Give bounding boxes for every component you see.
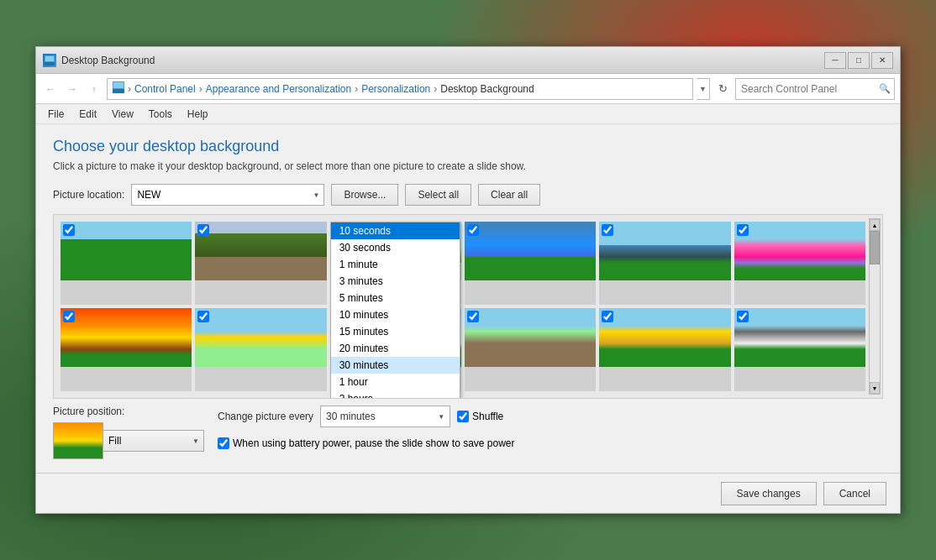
search-button[interactable]: 🔍 xyxy=(876,79,894,99)
breadcrumb: › Control Panel › Appearance and Persona… xyxy=(107,78,693,100)
position-row: Fill Fit Stretch Tile Center Span ▼ xyxy=(53,422,204,459)
interval-section: Change picture every 30 minutes ▼ Shuffl… xyxy=(218,406,515,449)
image-thumb-golden xyxy=(599,308,730,367)
menu-help[interactable]: Help xyxy=(181,107,215,122)
image-cell[interactable] xyxy=(599,222,730,305)
breadcrumb-personalization[interactable]: Personalization xyxy=(361,83,430,95)
maximize-button[interactable]: □ xyxy=(848,52,870,69)
refresh-button[interactable]: ↻ xyxy=(713,80,732,98)
interval-option-30min[interactable]: 30 minutes xyxy=(331,357,460,374)
shuffle-label: Shuffle xyxy=(472,411,503,422)
scrollbar[interactable]: ▲ ▼ xyxy=(869,218,881,395)
interval-option-20min[interactable]: 20 minutes xyxy=(331,340,460,357)
picture-location-select[interactable]: NEW xyxy=(131,184,324,206)
image-thumb-lake xyxy=(465,222,596,280)
interval-option-1hr[interactable]: 1 hour xyxy=(331,374,460,390)
desktop-background-window: Desktop Background ─ □ ✕ ← → ↑ › Control… xyxy=(35,46,901,514)
battery-label: When using battery power, pause the slid… xyxy=(233,437,515,449)
image-thumb-flowers xyxy=(734,222,865,280)
interval-dropdown-trigger: 30 minutes ▼ xyxy=(320,406,450,427)
cancel-button[interactable]: Cancel xyxy=(823,482,886,505)
image-cell[interactable]: 10 seconds 30 seconds 1 minute 3 minutes… xyxy=(330,222,461,305)
interval-option-1min[interactable]: 1 minute xyxy=(331,256,460,273)
breadcrumb-desktop-bg: Desktop Background xyxy=(440,83,534,95)
image-checkbox[interactable] xyxy=(467,311,479,322)
picture-location-row: Picture location: NEW Browse... Select a… xyxy=(53,184,883,206)
svg-rect-4 xyxy=(113,89,124,93)
interval-option-10min[interactable]: 10 minutes xyxy=(331,306,460,323)
browse-button[interactable]: Browse... xyxy=(331,184,398,206)
select-all-button[interactable]: Select all xyxy=(405,184,471,206)
image-checkbox[interactable] xyxy=(197,311,209,322)
scroll-up-arrow[interactable]: ▲ xyxy=(870,219,880,231)
image-cell[interactable] xyxy=(465,222,596,305)
image-cell[interactable] xyxy=(195,222,326,305)
svg-rect-5 xyxy=(113,82,124,88)
image-thumb-sunset xyxy=(60,308,192,367)
save-changes-button[interactable]: Save changes xyxy=(721,482,817,505)
position-dropdown-wrapper: Fill Fit Stretch Tile Center Span ▼ xyxy=(103,430,204,452)
menu-bar: File Edit View Tools Help xyxy=(36,104,900,124)
menu-view[interactable]: View xyxy=(105,107,140,122)
interval-option-2hr[interactable]: 2 hours xyxy=(331,390,460,399)
interval-dropdown-list: 10 seconds 30 seconds 1 minute 3 minutes… xyxy=(330,222,460,399)
image-checkbox[interactable] xyxy=(737,224,749,236)
position-select[interactable]: Fill Fit Stretch Tile Center Span xyxy=(103,430,204,452)
image-thumb-field xyxy=(195,308,326,367)
svg-rect-2 xyxy=(45,56,54,61)
clear-all-button[interactable]: Clear all xyxy=(478,184,540,206)
image-checkbox[interactable] xyxy=(197,224,209,236)
search-input[interactable] xyxy=(736,83,876,95)
image-checkbox[interactable] xyxy=(63,311,75,322)
footer-bar: Save changes Cancel xyxy=(36,473,900,513)
image-checkbox[interactable] xyxy=(602,224,613,236)
interval-option-30sec[interactable]: 30 seconds xyxy=(331,239,460,256)
battery-checkbox[interactable] xyxy=(218,437,229,449)
menu-edit[interactable]: Edit xyxy=(72,107,103,122)
forward-button[interactable]: → xyxy=(63,80,82,98)
interval-current-value[interactable]: 30 minutes ▼ xyxy=(320,406,450,427)
image-cell[interactable] xyxy=(599,308,730,391)
picture-location-label: Picture location: xyxy=(53,189,124,201)
breadcrumb-icon xyxy=(113,81,124,96)
back-button[interactable]: ← xyxy=(41,80,60,98)
scroll-down-arrow[interactable]: ▼ xyxy=(870,382,880,394)
page-subtitle: Click a picture to make it your desktop … xyxy=(53,160,883,172)
image-cell[interactable] xyxy=(465,308,596,391)
title-bar-buttons: ─ □ ✕ xyxy=(824,52,893,69)
interval-row: Change picture every 30 minutes ▼ Shuffl… xyxy=(218,406,515,427)
image-thumb-mountain xyxy=(599,222,730,280)
image-checkbox[interactable] xyxy=(602,311,613,322)
search-bar: 🔍 xyxy=(735,78,895,100)
image-checkbox[interactable] xyxy=(467,224,479,236)
close-button[interactable]: ✕ xyxy=(871,52,893,69)
image-thumb-forest xyxy=(60,222,192,280)
image-cell[interactable] xyxy=(734,222,865,305)
image-checkbox[interactable] xyxy=(737,311,749,322)
window-icon xyxy=(43,54,56,67)
interval-dropdown-chevron: ▼ xyxy=(438,413,444,421)
content-area: Choose your desktop background Click a p… xyxy=(36,124,900,473)
breadcrumb-control-panel[interactable]: Control Panel xyxy=(134,83,196,95)
minimize-button[interactable]: ─ xyxy=(824,52,846,69)
images-container: 10 seconds 30 seconds 1 minute 3 minutes… xyxy=(53,214,883,399)
image-cell[interactable] xyxy=(195,308,326,391)
menu-file[interactable]: File xyxy=(41,107,71,122)
svg-rect-1 xyxy=(45,62,55,65)
image-checkbox[interactable] xyxy=(63,224,75,236)
interval-option-15min[interactable]: 15 minutes xyxy=(331,323,460,340)
breadcrumb-appearance[interactable]: Appearance and Personalization xyxy=(206,83,351,95)
up-button[interactable]: ↑ xyxy=(85,80,103,98)
image-cell[interactable] xyxy=(60,222,192,305)
address-dropdown-button[interactable]: ▼ xyxy=(697,78,710,100)
menu-tools[interactable]: Tools xyxy=(142,107,179,122)
interval-option-5min[interactable]: 5 minutes xyxy=(331,290,460,306)
interval-option-3min[interactable]: 3 minutes xyxy=(331,273,460,290)
image-cell[interactable] xyxy=(734,308,865,391)
window-title: Desktop Background xyxy=(61,55,824,66)
image-cell[interactable] xyxy=(60,308,192,391)
scrollbar-thumb[interactable] xyxy=(870,231,880,264)
shuffle-checkbox[interactable] xyxy=(457,411,469,422)
bottom-controls: Picture position: Fill Fit Stretch Tile … xyxy=(53,406,883,459)
interval-option-10sec[interactable]: 10 seconds xyxy=(331,222,460,239)
